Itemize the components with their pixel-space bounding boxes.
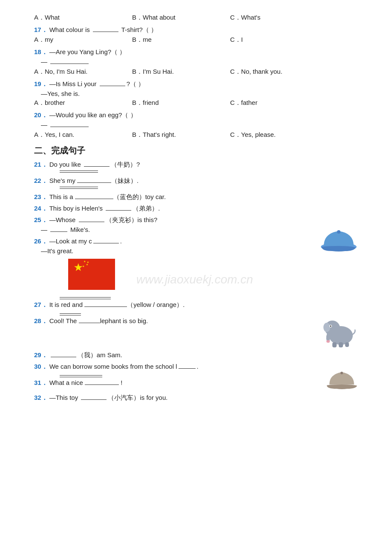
q-text-25: —Whose （夹克衫）is this? [49, 216, 358, 224]
svg-point-10 [323, 323, 330, 332]
blank-17 [93, 32, 118, 32]
cap-image-31 [326, 367, 358, 391]
question-26-sub: —It's great. [41, 247, 303, 254]
sub-19: —Yes, she is. [41, 90, 80, 97]
svg-rect-14 [332, 342, 337, 347]
option-17-a: A．my [34, 36, 128, 44]
q27-flag-area [34, 259, 358, 295]
answer-line-22-2 [60, 188, 98, 189]
blank-23 [75, 199, 113, 199]
answer-lines-31-pre [60, 375, 322, 377]
option-20-b: B．That's right. [132, 131, 226, 139]
answer-lines-21 [60, 171, 358, 173]
q-num-28: 28． [34, 317, 48, 325]
q26-container: 26． —Look at my c. —It's great. [34, 237, 358, 256]
option-b: B．What about [132, 14, 226, 22]
option-20-a: A．Yes, I can. [34, 131, 128, 139]
blank-20 [50, 127, 89, 127]
q-text-28: Cool! The lephant is so big. [49, 317, 313, 324]
option-19-a: A．brother [34, 99, 128, 107]
q-text-26: —Look at my c. [49, 237, 303, 245]
dash-18: — [41, 58, 47, 65]
mikes: Mike's. [70, 226, 90, 233]
svg-point-12 [330, 326, 331, 327]
question-19-sub: —Yes, she is. [41, 90, 358, 97]
question-27: 27． It is red and （yellow / orange）. [34, 301, 358, 309]
answer-lines-28-pre [60, 313, 313, 315]
question-28: 28． Cool! The lephant is so big. [34, 317, 313, 325]
q-text-24: This boy is Helen's （弟弟）. [49, 205, 358, 213]
question-18-sub: — [41, 58, 358, 65]
question-32: 32． —This toy （小汽车）is for you. [34, 394, 358, 402]
q-text-21: Do you like （牛奶）? [49, 161, 358, 169]
answer-line-27-1 [60, 297, 111, 298]
q-num-32: 32． [34, 394, 48, 402]
section-2-header: 二、完成句子 [34, 145, 358, 156]
q-text-23: This is a （蓝色的）toy car. [49, 193, 358, 201]
q-num-20: 20． [34, 111, 48, 119]
question-26: 26． —Look at my c. [34, 237, 303, 246]
answer-line-22-1 [60, 187, 98, 187]
blank-24 [106, 210, 131, 211]
question-25: 25． —Whose （夹克衫）is this? [34, 216, 358, 224]
q-text-29: （我）am Sam. [49, 351, 358, 359]
q-text-17: What colour is T-shirt?（ ） [49, 26, 358, 34]
option-18-c: C．No, thank you. [230, 68, 324, 76]
options-row-top: A．What B．What about C．What's [34, 14, 358, 22]
china-flag-image [68, 259, 115, 291]
q-text-31: What a nice ! [49, 379, 322, 386]
blank-18 [50, 64, 89, 64]
svg-rect-15 [339, 342, 343, 347]
blank-28 [79, 323, 100, 323]
blank-30 [179, 368, 196, 369]
q28-container: 28． Cool! The lephant is so big. [34, 313, 358, 349]
option-18-b: B．I'm Su Hai. [132, 68, 226, 76]
q-text-20: —Would you like an egg?（ ） [49, 111, 358, 119]
question-19: 19． —Is Miss Li your ?（ ） [34, 80, 358, 88]
q-num-18: 18． [34, 48, 48, 56]
question-23: 23． This is a （蓝色的）toy car. [34, 193, 358, 201]
blank-25a [79, 222, 104, 222]
q28-left: 28． Cool! The lephant is so big. [34, 313, 313, 327]
option-19-b: B．friend [132, 99, 226, 107]
q-num-19: 19． [34, 80, 48, 88]
q-num-17: 17． [34, 26, 48, 34]
q-num-26: 26． [34, 237, 48, 246]
question-22: 22． She's my （妹妹）. [34, 177, 358, 185]
q-num-25: 25． [34, 216, 48, 224]
option-17-b: B．me [132, 36, 226, 44]
question-30: 30． We can borrow some books from the sc… [34, 363, 358, 371]
svg-point-17 [340, 372, 343, 374]
option-19-c: C．father [230, 99, 324, 107]
q-text-18: —Are you Yang Ling?（ ） [49, 48, 358, 56]
q-text-30: We can borrow some books from the school… [49, 363, 358, 370]
q-num-27: 27． [34, 301, 48, 309]
answer-line-21-1 [60, 171, 98, 171]
question-20-sub: — [41, 121, 358, 128]
answer-line-28-2 [60, 315, 81, 315]
q-num-22: 22． [34, 177, 48, 185]
q-text-32: —This toy （小汽车）is for you. [49, 394, 358, 402]
answer-line-21-2 [60, 172, 98, 173]
option-17-c: C．I [230, 36, 324, 44]
option-20-c: C．Yes, please. [230, 131, 324, 139]
q-text-27: It is red and （yellow / orange）. [49, 301, 358, 309]
blank-29 [51, 357, 76, 357]
option-18-a: A．No, I'm Su Hai. [34, 68, 128, 76]
options-row-19: A．brother B．friend C．father [34, 99, 358, 107]
option-c: C．What's [230, 14, 324, 22]
q-num-24: 24． [34, 205, 48, 213]
answer-line-28-1 [60, 313, 81, 314]
cap-image-26 [320, 225, 358, 256]
dash-20: — [41, 121, 47, 128]
blank-27 [84, 306, 127, 307]
svg-point-1 [337, 230, 340, 234]
blank-25b [50, 231, 67, 232]
question-18: 18． —Are you Yang Ling?（ ） [34, 48, 358, 56]
answer-line-27-2 [60, 299, 111, 299]
q-num-21: 21． [34, 161, 48, 169]
options-row-18: A．No, I'm Su Hai. B．I'm Su Hai. C．No, th… [34, 68, 358, 76]
q-text-22: She's my （妹妹）. [49, 177, 358, 185]
answer-line-31-2 [60, 377, 102, 377]
q31-container: 31． What a nice ! [34, 375, 358, 391]
